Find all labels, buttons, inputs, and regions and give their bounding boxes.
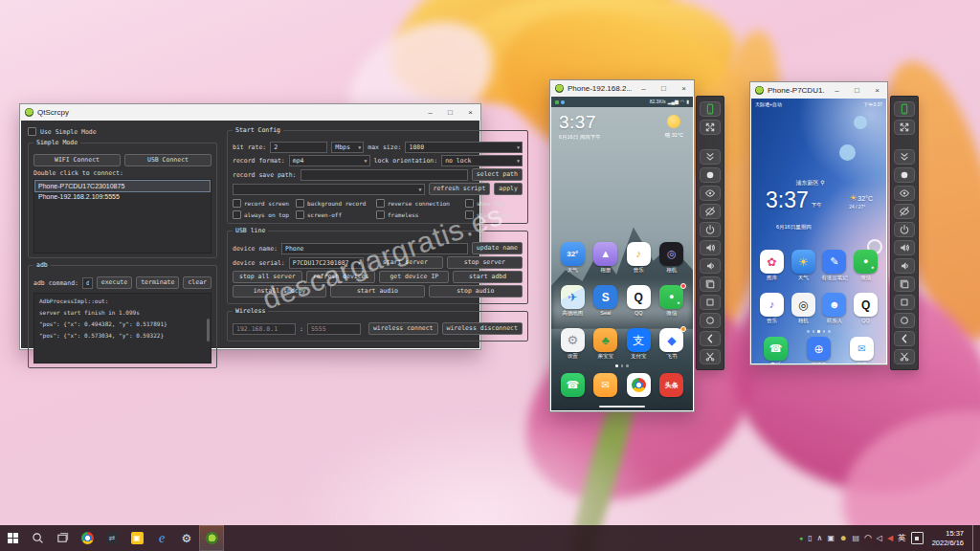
bit-rate-input[interactable] xyxy=(270,142,327,153)
volume-up-button[interactable] xyxy=(700,240,721,255)
screen-off-button[interactable] xyxy=(700,204,721,219)
app-p1-chrome[interactable] xyxy=(624,373,654,397)
script-select[interactable]: ▼ xyxy=(233,184,425,195)
menu-button[interactable] xyxy=(700,295,721,310)
app-p1-music[interactable]: ♪音乐 xyxy=(624,242,654,274)
search-button[interactable] xyxy=(25,525,50,551)
tray-security-icon[interactable]: ☻ xyxy=(839,535,847,542)
max-size-select[interactable]: 1080▼ xyxy=(405,142,522,153)
device-list-item[interactable]: Phone-192.168.2.109:5555 xyxy=(35,191,210,202)
expand-notification-button[interactable] xyxy=(700,149,721,165)
maximize-button[interactable]: □ xyxy=(442,106,458,120)
config-checkbox[interactable]: always on top xyxy=(233,210,293,219)
tray-volume-icon[interactable]: ◁ xyxy=(877,535,882,542)
app-p1-sms[interactable]: ✉ xyxy=(590,373,620,397)
device-serial-select[interactable]: P7CDU17C2301087▼ xyxy=(289,257,364,269)
expand-notification-button[interactable] xyxy=(894,149,915,165)
config-checkbox[interactable]: frameless xyxy=(376,210,462,219)
app-p1-toutiao[interactable]: 头条 xyxy=(657,373,686,397)
close-button[interactable]: × xyxy=(869,84,885,98)
app-p2-phone[interactable]: ☎电话 xyxy=(761,337,791,364)
qtscrcpy-taskbar-button[interactable] xyxy=(199,525,224,551)
maximize-button[interactable]: □ xyxy=(849,84,865,98)
volume-down-button[interactable] xyxy=(894,258,915,274)
app-switch-button[interactable] xyxy=(894,276,915,292)
tray-image-icon[interactable]: ▣ xyxy=(827,535,835,542)
stop-server-button[interactable]: stop server xyxy=(447,256,523,269)
config-checkbox[interactable]: stay awake xyxy=(465,210,523,219)
dark-app-taskbar-button[interactable]: ⇄ xyxy=(100,525,124,551)
ime-mode-icon[interactable] xyxy=(911,532,924,544)
config-checkbox[interactable]: record screen xyxy=(233,199,293,208)
tray-mute-icon[interactable]: ◀ xyxy=(887,535,893,542)
maximize-button[interactable]: □ xyxy=(656,82,672,96)
touch-button[interactable] xyxy=(700,167,721,183)
config-checkbox[interactable]: show fps xyxy=(465,199,523,208)
app-p2-camera[interactable]: ◎相机 xyxy=(789,293,818,324)
wifi-connect-button[interactable]: WIFI Connect xyxy=(33,154,121,166)
log-scrollbar[interactable] xyxy=(207,319,210,342)
tray-network-icon[interactable]: ◠ xyxy=(864,534,872,542)
phone1-screen[interactable]: 82.3K/s ▂▄▆ ◠ ▮ 3:37 6月16日 周四下午 晴 31°C 3… xyxy=(551,97,693,410)
image-viewer-taskbar-button[interactable]: ▣ xyxy=(124,525,149,551)
refresh-devices-button[interactable]: refresh devices xyxy=(306,271,376,283)
start-audio-button[interactable]: start audio xyxy=(330,285,424,298)
back-button[interactable] xyxy=(700,331,721,346)
task-view-button[interactable] xyxy=(50,525,75,551)
app-p1-map[interactable]: ✈高德地图 xyxy=(558,285,588,317)
ime-indicator[interactable]: 英 xyxy=(898,533,906,544)
chrome-taskbar-button[interactable] xyxy=(75,525,100,551)
app-p2-music[interactable]: ♪音乐 xyxy=(757,293,787,324)
start-button[interactable] xyxy=(0,525,25,551)
app-p1-feishu[interactable]: ◆飞书 xyxy=(657,328,686,360)
apply-button[interactable]: apply xyxy=(494,183,523,195)
tray-scrcpy-icon[interactable]: ● xyxy=(799,535,803,541)
minimize-button[interactable]: – xyxy=(422,106,438,120)
touch-button[interactable] xyxy=(894,167,915,183)
app-p2-gallery[interactable]: ✿图库 xyxy=(757,250,787,281)
app-p2-notes[interactable]: ✎有道云笔记 xyxy=(819,250,849,281)
start-adbd-button[interactable]: start adbd xyxy=(453,271,523,283)
clear-button[interactable]: clear xyxy=(183,276,212,289)
tray-device-icon[interactable]: ▯ xyxy=(808,535,812,542)
tray-up-caret-icon[interactable]: ∧ xyxy=(817,535,823,542)
config-checkbox[interactable]: background record xyxy=(296,199,373,208)
fullscreen-button[interactable] xyxy=(894,120,915,135)
taskbar-clock[interactable]: 15:37 2022/6/16 xyxy=(932,529,964,547)
back-button[interactable] xyxy=(894,331,915,346)
app-p1-settings[interactable]: ⚙设置 xyxy=(558,328,588,360)
wireless-port-input[interactable] xyxy=(307,323,361,335)
tray-battery-icon[interactable]: ▤ xyxy=(852,535,859,542)
get-device-ip-button[interactable]: get device IP xyxy=(379,271,449,283)
config-checkbox[interactable]: screen-off xyxy=(296,210,373,219)
ie-taskbar-button[interactable]: e xyxy=(149,525,174,551)
screen-on-button[interactable] xyxy=(894,186,915,201)
app-p1-alipay[interactable]: 支支付宝 xyxy=(624,328,654,360)
update-name-button[interactable]: update name xyxy=(472,242,523,254)
qtscrcpy-titlebar[interactable]: QtScrcpy – □ × xyxy=(20,104,480,121)
menu-button[interactable] xyxy=(894,295,915,310)
app-p1-wechat[interactable]: ●微信 xyxy=(657,285,686,317)
app-p1-qq[interactable]: QQQ xyxy=(624,285,654,317)
adb-log-output[interactable]: AdbProcessImpl::out:server start finish … xyxy=(33,293,212,364)
device-name-input[interactable] xyxy=(281,243,468,254)
screenshot-button[interactable] xyxy=(894,349,915,364)
minimize-button[interactable]: – xyxy=(829,84,845,98)
record-format-select[interactable]: mp4▼ xyxy=(289,155,370,166)
device-menu-button[interactable] xyxy=(700,101,721,117)
screen-off-button[interactable] xyxy=(894,204,915,219)
volume-up-button[interactable] xyxy=(894,240,915,255)
record-save-path-input[interactable] xyxy=(301,169,468,181)
stop-audio-button[interactable]: stop audio xyxy=(429,285,523,298)
minimize-button[interactable]: – xyxy=(635,82,652,96)
wireless-connect-button[interactable]: wireless connect xyxy=(368,322,438,335)
app-p2-wechat[interactable]: ●微信 xyxy=(851,250,880,281)
wireless-disconnect-button[interactable]: wireless disconnect xyxy=(442,322,523,335)
app-p1-weather[interactable]: 32°天气 xyxy=(558,242,588,274)
use-simple-mode-checkbox[interactable]: Use Simple Mode xyxy=(28,127,217,136)
device-list[interactable]: Phone-P7CDU17C23010875Phone-192.168.2.10… xyxy=(33,179,212,253)
power-button[interactable] xyxy=(700,222,721,237)
app-p1-camera[interactable]: ◎相机 xyxy=(657,242,686,274)
fullscreen-button[interactable] xyxy=(700,120,721,135)
screenshot-button[interactable] xyxy=(700,349,721,364)
